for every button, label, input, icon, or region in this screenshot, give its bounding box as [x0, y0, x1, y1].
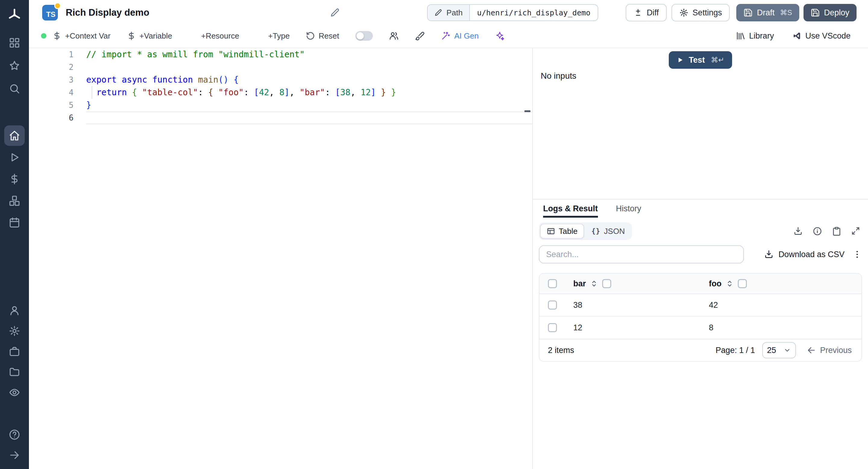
path-pencil-icon — [434, 9, 442, 17]
add-type-button[interactable]: +Type — [255, 31, 290, 41]
typescript-badge-label: TS — [46, 10, 56, 19]
table-cell: 42 — [701, 301, 861, 310]
eye-icon — [9, 387, 20, 398]
test-shortcut: ⌘↵ — [711, 56, 724, 64]
sidebar-item-arrow-right[interactable] — [4, 445, 25, 465]
draft-button[interactable]: Draft ⌘S — [736, 4, 799, 22]
code-text: // import * as wmill from "windmill-clie… — [86, 48, 532, 61]
sidebar-group-top — [4, 33, 25, 99]
edit-title-pencil-icon[interactable] — [330, 8, 340, 18]
line-number: 5 — [29, 99, 86, 112]
code-line-4: 4 return { "table-col": { "foo": [42, 8]… — [29, 86, 532, 99]
edit-path-button[interactable]: Path — [428, 5, 470, 21]
chevron-down-icon — [783, 346, 791, 354]
sidebar-item-home[interactable] — [4, 125, 25, 146]
use-vscode-button[interactable]: Use VScode — [792, 31, 850, 41]
code-editor[interactable]: 1// import * as wmill from "windmill-cli… — [29, 48, 532, 469]
code-text: } — [86, 99, 532, 112]
windmill-app: TS Rich Display demo Path u/henri/rich_d… — [0, 0, 868, 469]
sidebar-item-folder[interactable] — [4, 362, 25, 382]
download-result-icon[interactable] — [793, 226, 803, 236]
sidebar-item-boxes[interactable] — [4, 190, 25, 211]
sparkles-icon[interactable] — [495, 31, 504, 41]
add-type-label: +Type — [268, 31, 290, 41]
table-row[interactable]: 3842 — [539, 294, 861, 316]
editor-toolbar: +Context Var +Variable +Resource +Type R… — [29, 24, 868, 48]
add-context-var-button[interactable]: +Context Var — [53, 31, 111, 41]
table-header-row: barfoo — [539, 274, 861, 294]
table-cell: 12 — [565, 323, 701, 333]
reset-button[interactable]: Reset — [306, 31, 339, 41]
library-button[interactable]: Library — [736, 31, 774, 41]
previous-label: Previous — [820, 346, 852, 355]
diff-button[interactable]: Diff — [626, 4, 667, 22]
format-brush-icon[interactable] — [415, 31, 425, 41]
sidebar-item-settings[interactable] — [4, 321, 25, 341]
add-resource-button[interactable]: +Resource — [188, 31, 239, 41]
sort-icon[interactable] — [590, 280, 598, 287]
calendar-icon — [9, 217, 20, 228]
badge-sticker-icon — [54, 2, 61, 9]
sidebar-item-dollar[interactable] — [4, 169, 25, 189]
kebab-menu-icon[interactable] — [852, 250, 862, 259]
braces-icon: {} — [591, 227, 600, 235]
ai-gen-label: AI Gen — [454, 31, 478, 41]
view-toggle-table[interactable]: Table — [540, 224, 584, 239]
checkbox[interactable] — [602, 279, 611, 288]
sidebar-item-grid[interactable] — [4, 33, 25, 53]
overview-ruler-cursor-mark — [524, 110, 530, 112]
search-input[interactable] — [539, 245, 744, 263]
sidebar-item-eye[interactable] — [4, 382, 25, 403]
page-label: Page: 1 / 1 — [715, 346, 755, 355]
page-title: Rich Display demo — [66, 7, 149, 18]
settings-label: Settings — [692, 8, 722, 18]
settings-button[interactable]: Settings — [672, 4, 730, 22]
sidebar-item-help[interactable] — [4, 425, 25, 445]
library-label: Library — [749, 31, 774, 41]
users-icon[interactable] — [389, 31, 399, 41]
table-body: 3842128 — [539, 294, 861, 339]
sidebar-item-star[interactable] — [4, 56, 25, 76]
tab-history[interactable]: History — [616, 199, 641, 218]
sidebar-item-user[interactable] — [4, 300, 25, 321]
test-label: Test — [689, 56, 705, 65]
collab-toggle[interactable] — [355, 31, 373, 41]
reset-label: Reset — [318, 31, 339, 41]
code-line-5: 5} — [29, 99, 532, 112]
deploy-label: Deploy — [824, 8, 849, 18]
windmill-logo[interactable] — [7, 0, 22, 28]
checkbox[interactable] — [548, 301, 557, 310]
view-toggle-json[interactable]: {}JSON — [585, 224, 631, 239]
code-line-3: 3export async function main() { — [29, 73, 532, 86]
add-variable-button[interactable]: +Variable — [127, 31, 173, 41]
sidebar-item-briefcase[interactable] — [4, 341, 25, 362]
deploy-button[interactable]: Deploy — [804, 4, 857, 22]
test-button[interactable]: Test ⌘↵ — [669, 51, 732, 69]
deploy-save-icon — [811, 8, 820, 17]
sidebar-group-middle — [4, 125, 25, 233]
copy-result-icon[interactable] — [832, 226, 841, 236]
checkbox[interactable] — [548, 323, 557, 332]
search-icon — [9, 83, 20, 94]
checkbox[interactable] — [548, 279, 557, 288]
info-icon[interactable] — [812, 226, 822, 236]
draft-shortcut: ⌘S — [780, 8, 792, 17]
download-csv-button[interactable]: Download as CSV — [764, 250, 844, 259]
sidebar-item-play[interactable] — [4, 147, 25, 167]
sidebar-item-calendar[interactable] — [4, 212, 25, 233]
sort-icon[interactable] — [726, 280, 734, 287]
main-area: TS Rich Display demo Path u/henri/rich_d… — [29, 0, 868, 469]
checkbox[interactable] — [738, 279, 747, 288]
ai-gen-button[interactable]: AI Gen — [441, 31, 478, 41]
save-draft-icon — [744, 8, 752, 17]
add-resource-label: +Resource — [201, 31, 239, 41]
sidebar-item-search[interactable] — [4, 79, 25, 99]
tab-logs-result[interactable]: Logs & Result — [543, 199, 598, 218]
table-row[interactable]: 128 — [539, 316, 861, 339]
page-size-select[interactable]: 25 — [762, 342, 796, 358]
library-icon — [736, 31, 745, 41]
arrow-left-icon — [807, 346, 816, 355]
previous-page-button[interactable]: Previous — [803, 345, 855, 356]
boxes-icon — [9, 195, 20, 207]
expand-icon[interactable] — [851, 226, 860, 236]
